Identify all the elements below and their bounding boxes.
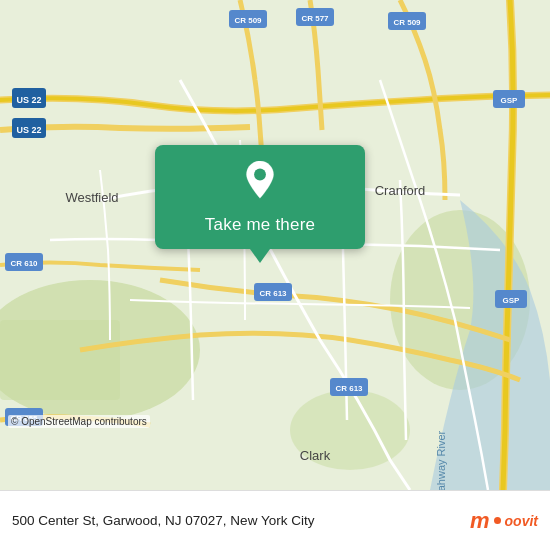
svg-point-31 bbox=[254, 169, 266, 181]
moovit-dot bbox=[494, 517, 501, 524]
svg-text:Rahway River: Rahway River bbox=[435, 430, 447, 490]
moovit-m-letter: m bbox=[470, 510, 490, 532]
map-container: US 22 US 22 CR 509 CR 509 CR 577 GSP GSP… bbox=[0, 0, 550, 490]
osm-credit: © OpenStreetMap contributors bbox=[8, 415, 150, 428]
svg-text:CR 577: CR 577 bbox=[301, 14, 329, 23]
svg-text:Westfield: Westfield bbox=[65, 190, 118, 205]
moovit-wordmark: oovit bbox=[505, 513, 538, 529]
svg-text:CR 610: CR 610 bbox=[10, 259, 38, 268]
svg-text:US 22: US 22 bbox=[16, 95, 41, 105]
location-card: Take me there bbox=[155, 145, 365, 249]
svg-text:Cranford: Cranford bbox=[375, 183, 426, 198]
map-pin-icon bbox=[238, 161, 282, 205]
svg-text:Clark: Clark bbox=[300, 448, 331, 463]
address-text: 500 Center St, Garwood, NJ 07027, New Yo… bbox=[12, 513, 470, 528]
bottom-bar: 500 Center St, Garwood, NJ 07027, New Yo… bbox=[0, 490, 550, 550]
svg-text:CR 613: CR 613 bbox=[335, 384, 363, 393]
svg-rect-4 bbox=[0, 320, 120, 400]
svg-text:GSP: GSP bbox=[501, 96, 519, 105]
moovit-logo: m oovit bbox=[470, 510, 538, 532]
svg-text:CR 509: CR 509 bbox=[234, 16, 262, 25]
take-me-there-button[interactable]: Take me there bbox=[205, 215, 315, 235]
svg-text:CR 613: CR 613 bbox=[259, 289, 287, 298]
svg-text:GSP: GSP bbox=[503, 296, 521, 305]
svg-text:CR 509: CR 509 bbox=[393, 18, 421, 27]
svg-text:US 22: US 22 bbox=[16, 125, 41, 135]
